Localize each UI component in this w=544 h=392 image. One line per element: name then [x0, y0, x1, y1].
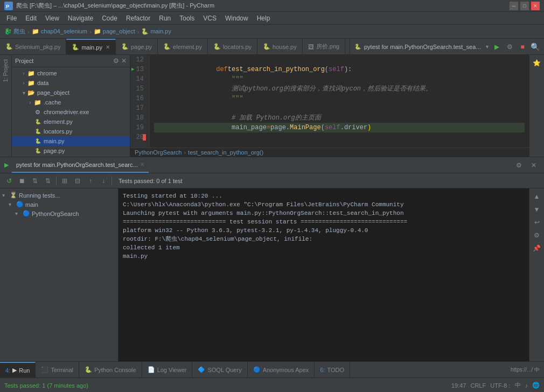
tab-main-py[interactable]: 🐍 main.py ✕ [66, 39, 116, 54]
project-close-btn[interactable]: ✕ [121, 57, 127, 65]
sort-btn1[interactable]: ⇅ [29, 175, 41, 187]
status-message: Tests passed: 1 (7 minutes ago) [4, 382, 88, 389]
breadcrumb-root[interactable]: 🐉 爬虫 [4, 27, 25, 36]
bottom-tab-log[interactable]: 📄 Log Viewer [142, 362, 193, 377]
editor-section: 1: Project Project ⚙ ✕ › 📁 chrome › 📁 [0, 55, 544, 157]
run-button[interactable]: ▶ [492, 42, 501, 52]
menu-vcs[interactable]: VCS [199, 13, 221, 23]
stop-tests-btn[interactable]: ⏹ [16, 175, 28, 187]
menu-help[interactable]: Help [253, 13, 275, 23]
close-button[interactable]: ✕ [531, 2, 540, 10]
bottom-tab-todo[interactable]: 6: TODO [315, 362, 350, 377]
tab-house-py[interactable]: 🐍 house.py [257, 39, 303, 54]
run-settings-btn[interactable]: ⚙ [513, 159, 525, 171]
sort-btn2[interactable]: ⇅ [42, 175, 54, 187]
py-icon: 🐍 [33, 137, 42, 145]
terminal-label: Terminal [51, 367, 73, 373]
run-config-dropdown[interactable]: ▾ [486, 44, 489, 50]
tree-item-chrome[interactable]: › 📁 chrome [12, 68, 130, 78]
wrap-btn[interactable]: ↩ [531, 216, 543, 228]
tree-item-page-py[interactable]: 🐍 page.py [12, 146, 130, 156]
bottom-tab-terminal[interactable]: ⬛ Terminal [36, 362, 79, 377]
py-icon: 🐍 [33, 117, 42, 126]
run-tree-item-running[interactable]: ▾ ⏳ Running tests... [0, 191, 118, 200]
menu-refactor[interactable]: Refactor [122, 13, 155, 23]
expand-btn[interactable]: ⊞ [59, 175, 71, 187]
run-config-icon: 🐍 [354, 44, 361, 50]
run-tab-num: 4: [5, 367, 10, 374]
tab-selenium-pkg[interactable]: 🐍 Selenium_pkg.py [0, 39, 66, 54]
editor-tabs: 🐍 Selenium_pkg.py 🐍 main.py ✕ 🐍 page.py … [0, 39, 350, 54]
maximize-button[interactable]: □ [520, 2, 529, 10]
log-label: Log Viewer [157, 367, 187, 373]
tab-image[interactable]: 🖼 房价.png [303, 39, 345, 54]
app-icon: P [4, 2, 13, 10]
scroll-top-btn[interactable]: ▲ [531, 191, 543, 202]
menu-navigate[interactable]: Navigate [64, 13, 97, 23]
menu-file[interactable]: File [2, 13, 21, 23]
tab-locators-py[interactable]: 🐍 locators.py [208, 39, 257, 54]
py-icon: 🐍 [33, 146, 42, 155]
menu-code[interactable]: Code [97, 13, 122, 23]
breadcrumb-file[interactable]: 🐍 main.py [141, 28, 171, 35]
run-panel-close[interactable]: ✕ [528, 159, 540, 171]
run-tab-active[interactable]: pytest for main.PythonOrgSearch.test_sea… [12, 157, 149, 173]
output-line-2: C:\Users\hlx\Anaconda3\python.exe "C:\Pr… [123, 200, 525, 209]
bottom-tab-run[interactable]: 4: ▶ Run [0, 362, 36, 377]
stop-button[interactable]: ■ [518, 42, 527, 52]
tab-element-py[interactable]: 🐍 element.py [158, 39, 208, 54]
breadcrumb: 🐉 爬虫 › 📁 chap04_selenium › 📁 page_object… [0, 25, 544, 39]
project-title: Project [15, 58, 111, 64]
menu-run[interactable]: Run [155, 13, 175, 23]
build-button[interactable]: ⚙ [505, 42, 514, 52]
breadcrumb-dir2[interactable]: 📁 page_object [94, 28, 135, 35]
bottom-tabs: 4: ▶ Run ⬛ Terminal 🐍 Python Console 📄 L… [0, 361, 544, 377]
status-icon2: 🌐 [532, 382, 540, 389]
soql-icon: 🔷 [198, 366, 205, 373]
rerun-btn[interactable]: ↺ [3, 175, 15, 187]
run-output-console: Testing started at 10:20 ... C:\Users\hl… [118, 188, 529, 361]
collapse-btn[interactable]: ⊟ [72, 175, 83, 187]
tree-item-page-object[interactable]: ▾ 📂 page_object [12, 88, 130, 97]
code-content[interactable]: def test_search_in_python_org(self): """… [150, 55, 529, 148]
apex-label: Anonymous Apex [263, 367, 309, 373]
scroll-bottom-btn[interactable]: ▼ [531, 204, 543, 215]
menu-edit[interactable]: Edit [21, 13, 41, 23]
project-panel-label[interactable]: 1: Project [1, 55, 11, 86]
run-tree-item-pythonorgsearch[interactable]: ▾ 🔵 PythonOrgSearch [0, 209, 118, 218]
status-linesep: CRLF [470, 382, 486, 389]
settings-btn2[interactable]: ⚙ [531, 229, 543, 241]
prev-fail-btn[interactable]: ↑ [85, 175, 96, 187]
menu-view[interactable]: View [41, 13, 64, 23]
menu-tools[interactable]: Tools [175, 13, 199, 23]
pin-btn[interactable]: 📌 [531, 242, 543, 254]
window-controls: ─ □ ✕ [510, 2, 540, 10]
run-tree-item-main[interactable]: ▾ 🔵 main [0, 200, 118, 209]
search-button[interactable]: 🔍 [531, 43, 540, 51]
tree-item-cache[interactable]: › 📁 .cache [12, 97, 130, 107]
status-bar-right: 19:47 CRLF UTF-8 : 中 ♪ 🌐 [451, 381, 540, 389]
next-fail-btn[interactable]: ↓ [97, 175, 109, 187]
bottom-tab-apex[interactable]: 🔵 Anonymous Apex [248, 362, 315, 377]
tree-item-locators-py[interactable]: 🐍 locators.py [12, 127, 130, 136]
run-panel-body: ▾ ⏳ Running tests... ▾ 🔵 main ▾ 🔵 Python… [0, 188, 544, 361]
bottom-tab-soql[interactable]: 🔷 SOQL Query [192, 362, 247, 377]
bottom-tab-python-console[interactable]: 🐍 Python Console [79, 362, 142, 377]
project-header: Project ⚙ ✕ [12, 55, 130, 67]
tree-item-data[interactable]: › 📁 data [12, 78, 130, 88]
tree-item-element-py[interactable]: 🐍 element.py [12, 117, 130, 127]
tabs-toolbar: 🐍 Selenium_pkg.py 🐍 main.py ✕ 🐍 page.py … [0, 39, 544, 55]
output-line-6: platform win32 -- Python 3.6.3, pytest-3… [123, 226, 525, 235]
minimize-button[interactable]: ─ [510, 2, 518, 10]
tree-item-chromedriver[interactable]: ⚙ chromedriver.exe [12, 107, 130, 117]
tab-page-py[interactable]: 🐍 page.py [116, 39, 158, 54]
status-position: 19:47 [451, 382, 466, 389]
menu-window[interactable]: Window [221, 13, 253, 23]
tree-item-main-py[interactable]: 🐍 main.py [12, 136, 130, 146]
todo-num: 6: [320, 367, 325, 373]
breadcrumb-dir1[interactable]: 📁 chap04_selenium [32, 28, 87, 35]
project-settings-btn[interactable]: ⚙ [113, 57, 119, 65]
output-line-1: Testing started at 10:20 ... [123, 192, 525, 200]
bookmark-icon[interactable]: ⭐ [531, 57, 543, 69]
status-icon1: ♪ [525, 382, 528, 389]
